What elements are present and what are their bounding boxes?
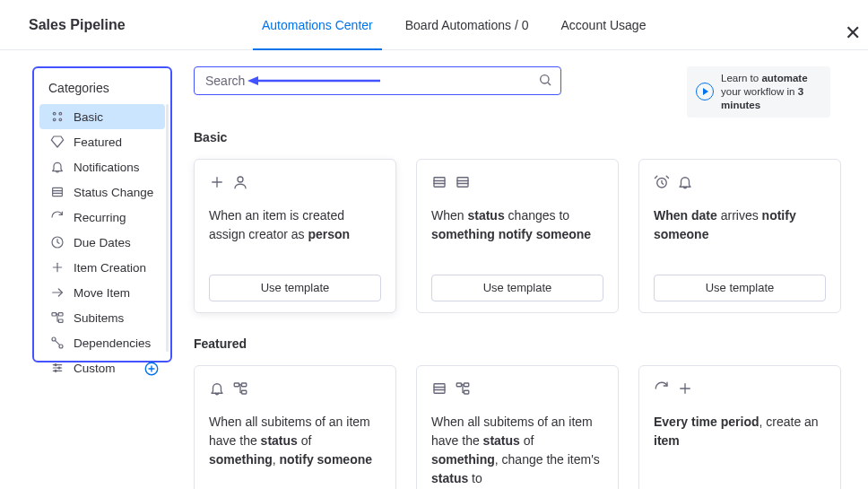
tab-account-usage[interactable]: Account Usage: [561, 0, 647, 49]
categories-sidebar: Categories BasicFeaturedNotificationsSta…: [32, 66, 172, 362]
subitems-icon: [50, 310, 65, 325]
tab-board-automations-0[interactable]: Board Automations / 0: [405, 0, 529, 49]
section-label-featured: Featured: [194, 336, 854, 351]
sidebar-item-dependencies[interactable]: Dependencies: [39, 330, 165, 355]
svg-point-1: [59, 112, 62, 115]
use-template-button[interactable]: Use template: [654, 275, 826, 301]
plus-icon: [50, 260, 65, 275]
automation-card[interactable]: When date arrives notify someoneUse temp…: [638, 159, 841, 313]
automation-card[interactable]: When an item is created assign creator a…: [194, 159, 396, 313]
sidebar-item-label: Basic: [74, 110, 103, 124]
learn-box[interactable]: Learn to automate your workflow in 3 min…: [687, 66, 830, 118]
svg-line-39: [655, 176, 657, 178]
card-icons: [654, 174, 826, 190]
learn-text: Learn to automate your workflow in 3 min…: [721, 72, 821, 112]
svg-point-31: [238, 177, 243, 182]
card-icons: [209, 380, 381, 397]
svg-point-2: [53, 118, 56, 121]
sidebar-item-label: Subitems: [74, 311, 124, 325]
svg-point-20: [58, 367, 60, 369]
sidebar-item-subitems[interactable]: Subitems: [39, 305, 165, 330]
tutorial-arrow-icon: [246, 73, 380, 89]
play-icon: [696, 83, 714, 100]
sidebar-item-label: Dependencies: [74, 336, 151, 350]
card-text: When status changes to something notify …: [431, 206, 603, 264]
card-text: Every time period, create an item: [654, 413, 826, 470]
svg-rect-43: [242, 390, 247, 394]
list-icon: [431, 380, 447, 397]
svg-rect-32: [434, 178, 445, 188]
recurring-icon: [654, 380, 670, 397]
svg-rect-41: [234, 383, 239, 387]
automation-card[interactable]: Every time period, create an item: [638, 365, 841, 489]
sidebar-scrollbar[interactable]: [166, 104, 169, 352]
card-text: When an item is created assign creator a…: [209, 206, 381, 264]
sidebar-item-status-change[interactable]: Status Change: [39, 179, 165, 205]
plus-icon: [209, 174, 225, 190]
alarm-icon: [654, 174, 670, 190]
svg-rect-12: [58, 313, 63, 316]
person-icon: [232, 174, 248, 190]
svg-line-26: [548, 83, 551, 85]
close-icon[interactable]: ✕: [845, 22, 861, 45]
sidebar-item-notifications[interactable]: Notifications: [39, 154, 165, 179]
sidebar-item-move-item[interactable]: Move Item: [39, 280, 165, 305]
subitems-icon: [455, 380, 471, 397]
automation-card[interactable]: When all subitems of an item have the st…: [416, 365, 619, 489]
cards-row: When all subitems of an item have the st…: [194, 365, 854, 489]
svg-point-21: [55, 370, 56, 371]
search-icon: [538, 73, 552, 87]
section-label-basic: Basic: [194, 130, 854, 144]
card-icons: [654, 380, 826, 397]
add-custom-icon[interactable]: [143, 361, 158, 375]
tabs: Automations CenterBoard Automations / 0A…: [262, 0, 646, 49]
arrow-right-icon: [50, 285, 65, 300]
sidebar-item-label: Recurring: [74, 211, 126, 224]
sections: BasicWhen an item is created assign crea…: [194, 130, 854, 489]
bell-icon: [209, 380, 225, 397]
tab-automations-center[interactable]: Automations Center: [262, 0, 373, 49]
sidebar-item-item-creation[interactable]: Item Creation: [39, 255, 165, 280]
svg-line-40: [666, 176, 668, 178]
svg-rect-48: [464, 383, 469, 387]
recurring-icon: [50, 210, 65, 224]
body: Categories BasicFeaturedNotificationsSta…: [0, 50, 868, 489]
list-icon: [455, 174, 471, 190]
svg-rect-35: [457, 178, 468, 188]
sidebar-item-custom[interactable]: Custom: [39, 355, 165, 380]
bell-icon: [50, 160, 65, 174]
main-content: Learn to automate your workflow in 3 min…: [172, 66, 868, 489]
svg-point-0: [53, 112, 56, 115]
automation-card[interactable]: When status changes to something notify …: [416, 159, 619, 313]
diamond-icon: [50, 135, 65, 149]
svg-rect-4: [53, 188, 63, 196]
svg-marker-28: [247, 76, 258, 85]
search-wrap: [194, 66, 561, 95]
automation-card[interactable]: When all subitems of an item have the st…: [194, 365, 396, 489]
svg-rect-42: [242, 383, 247, 387]
svg-rect-11: [52, 313, 56, 316]
card-text: When all subitems of an item have the st…: [209, 413, 381, 470]
sidebar-item-recurring[interactable]: Recurring: [39, 205, 165, 230]
svg-rect-13: [58, 319, 63, 322]
card-icons: [431, 174, 603, 190]
use-template-button[interactable]: Use template: [431, 275, 603, 301]
svg-rect-44: [434, 384, 445, 394]
card-text: When all subitems of an item have the st…: [431, 413, 603, 488]
svg-rect-49: [464, 390, 469, 394]
subitems-icon: [232, 380, 248, 397]
custom-icon: [50, 361, 65, 375]
header: Sales Pipeline Automations CenterBoard A…: [0, 0, 868, 50]
list-icon: [50, 185, 65, 199]
categories-list: BasicFeaturedNotificationsStatus ChangeR…: [38, 104, 167, 380]
categories-title: Categories: [38, 77, 167, 104]
sidebar-item-due-dates[interactable]: Due Dates: [39, 230, 165, 255]
basic-icon: [50, 109, 65, 124]
plus-icon: [677, 380, 693, 397]
sidebar-item-label: Custom: [74, 362, 116, 375]
cards-row: When an item is created assign creator a…: [194, 159, 854, 313]
sidebar-item-basic[interactable]: Basic: [39, 104, 165, 129]
use-template-button[interactable]: Use template: [209, 275, 381, 301]
sidebar-item-label: Notifications: [74, 161, 140, 174]
sidebar-item-featured[interactable]: Featured: [39, 129, 165, 154]
